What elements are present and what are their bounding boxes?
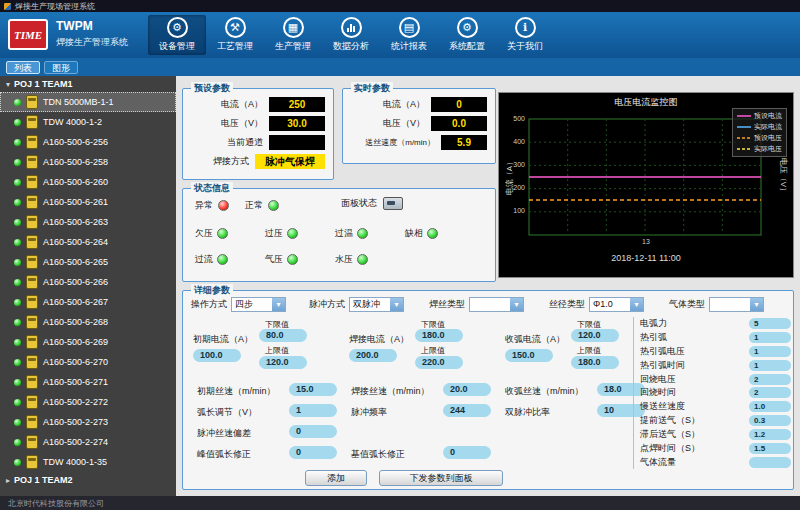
machine-icon xyxy=(26,435,38,449)
info-icon: ℹ xyxy=(515,17,536,38)
sidebar-group-team1[interactable]: ▾ POJ 1 TEAM1 xyxy=(0,76,176,92)
sidebar-item[interactable]: TDW 4000-1-2 xyxy=(0,112,176,132)
weld-current-upper-input[interactable]: 220.0 xyxy=(415,356,463,369)
arc-force-input[interactable]: 5 xyxy=(749,318,791,329)
chart-timestamp: 2018-12-11 11:00 xyxy=(499,253,793,263)
realtime-voltage-display: 0.0 xyxy=(431,116,487,131)
peak-arc-correction-input[interactable]: 0 xyxy=(289,446,337,459)
base-arc-correction-input[interactable]: 0 xyxy=(443,446,491,459)
sidebar-item[interactable]: A160-500-6-269 xyxy=(0,332,176,352)
arc-length-adjust-label: 弧长调节（V） xyxy=(197,406,257,419)
gas-flow-input[interactable] xyxy=(749,457,791,468)
sidebar-item[interactable]: A160-500-6-266 xyxy=(0,272,176,292)
initial-current-input[interactable]: 100.0 xyxy=(193,349,241,362)
combo-value xyxy=(710,298,750,311)
sidebar-item[interactable]: A160-500-6-271 xyxy=(0,372,176,392)
nav-analysis[interactable]: 数据分析 xyxy=(322,15,380,55)
arc-length-adjust-input[interactable]: 1 xyxy=(289,404,337,417)
burnback-time-input[interactable]: 2 xyxy=(749,387,791,398)
gas-pressure-label: 气压 xyxy=(265,253,283,266)
view-toolbar: 列表 图形 xyxy=(0,58,800,76)
gas-type-select[interactable]: ▾ xyxy=(709,297,764,312)
sidebar-item[interactable]: A160-500-2-274 xyxy=(0,432,176,452)
pulse-mode-select[interactable]: 双脉冲▾ xyxy=(349,297,404,312)
weld-current-input[interactable]: 200.0 xyxy=(349,349,397,362)
arc-end-current-upper-input[interactable]: 180.0 xyxy=(571,356,619,369)
initial-current-upper-input[interactable]: 120.0 xyxy=(259,356,307,369)
nav-label: 设备管理 xyxy=(159,40,195,53)
machine-label: A160-500-6-269 xyxy=(43,337,108,347)
hot-start-voltage-input[interactable]: 1 xyxy=(749,346,791,357)
report-icon: ▤ xyxy=(399,17,420,38)
status-dot-icon xyxy=(14,259,21,266)
overvoltage-label: 过压 xyxy=(265,227,283,240)
sidebar-item[interactable]: A160-500-2-273 xyxy=(0,412,176,432)
hot-start-time-label: 热引弧时间 xyxy=(640,359,685,372)
nav-report[interactable]: ▤ 统计报表 xyxy=(380,15,438,55)
realtime-panel-title: 实时参数 xyxy=(351,82,393,95)
sidebar-item[interactable]: A160-500-6-268 xyxy=(0,312,176,332)
sidebar-group-team2[interactable]: ▸ POJ 1 TEAM2 xyxy=(0,472,176,488)
machine-icon xyxy=(26,415,38,429)
sidebar-item[interactable]: TDN 5000MB-1-1 xyxy=(0,92,176,112)
arc-end-current-input[interactable]: 150.0 xyxy=(505,349,553,362)
hot-start-input[interactable]: 1 xyxy=(749,332,791,343)
initial-current-lower-input[interactable]: 80.0 xyxy=(259,329,307,342)
realtime-current-display: 0 xyxy=(431,97,487,112)
preset-panel-title: 预设参数 xyxy=(191,82,233,95)
sidebar-item[interactable]: A160-500-6-265 xyxy=(0,252,176,272)
wire-type-select[interactable]: ▾ xyxy=(469,297,524,312)
nav-config[interactable]: ⚙ 系统配置 xyxy=(438,15,496,55)
graph-view-button[interactable]: 图形 xyxy=(44,61,78,74)
sidebar-item[interactable]: A160-500-6-270 xyxy=(0,352,176,372)
main-nav: ⚙ 设备管理 ⚒ 工艺管理 ▦ 生产管理 数据分析 ▤ 统计报表 ⚙ 系统配置 xyxy=(148,15,554,55)
sidebar-item[interactable]: TDW 4000-1-35 xyxy=(0,452,176,472)
sidebar-item[interactable]: A160-500-6-256 xyxy=(0,132,176,152)
machine-label: A160-500-6-266 xyxy=(43,277,108,287)
sidebar-item[interactable]: A160-500-6-263 xyxy=(0,212,176,232)
post-gas-label: 滞后送气（S） xyxy=(640,428,700,441)
slow-wirespeed-input[interactable]: 1.0 xyxy=(749,401,791,412)
preset-voltage-display: 30.0 xyxy=(269,116,325,131)
machine-label: A160-500-2-273 xyxy=(43,417,108,427)
company-name: 北京时代科技股份有限公司 xyxy=(8,498,104,509)
pulse-frequency-input[interactable]: 244 xyxy=(443,404,491,417)
nav-equipment[interactable]: ⚙ 设备管理 xyxy=(148,15,206,55)
nav-about[interactable]: ℹ 关于我们 xyxy=(496,15,554,55)
wire-diameter-select[interactable]: Φ1.0▾ xyxy=(589,297,644,312)
add-button[interactable]: 添加 xyxy=(305,470,367,486)
pulse-wirespeed-dev-input[interactable]: 0 xyxy=(289,425,337,438)
hot-start-time-input[interactable]: 1 xyxy=(749,360,791,371)
sidebar-item[interactable]: A160-500-6-260 xyxy=(0,172,176,192)
initial-current-group: 初期电流（A） 100.0 下限值 80.0 上限值 120.0 xyxy=(193,319,343,373)
details-panel: 详细参数 操作方式 四步▾ 脉冲方式 双脉冲▾ 焊丝类型 ▾ 丝径类型 Φ1.0… xyxy=(182,290,794,490)
machine-icon xyxy=(26,235,38,249)
post-gas-input[interactable]: 1.2 xyxy=(749,429,791,440)
realtime-panel: 实时参数 电流（A）0 电压（V）0.0 送丝速度（m/min）5.9 xyxy=(342,88,496,164)
weld-current-lower-input[interactable]: 180.0 xyxy=(415,329,463,342)
legend-label: 预设电压 xyxy=(754,133,782,143)
arc-end-current-lower-input[interactable]: 120.0 xyxy=(571,329,619,342)
status-dot-icon xyxy=(14,339,21,346)
sidebar-item[interactable]: A160-500-6-261 xyxy=(0,192,176,212)
spot-weld-time-label: 点焊时间（S） xyxy=(640,442,700,455)
weld-wirespeed-input[interactable]: 20.0 xyxy=(443,383,491,396)
sidebar-item[interactable]: A160-500-2-272 xyxy=(0,392,176,412)
nav-label: 工艺管理 xyxy=(217,40,253,53)
sidebar-item[interactable]: A160-500-6-258 xyxy=(0,152,176,172)
send-to-panel-button[interactable]: 下发参数到面板 xyxy=(379,470,503,486)
initial-wirespeed-input[interactable]: 15.0 xyxy=(289,383,337,396)
pre-gas-input[interactable]: 0.3 xyxy=(749,415,791,426)
operation-mode-select[interactable]: 四步▾ xyxy=(231,297,286,312)
device-tree-sidebar: ▾ POJ 1 TEAM1 TDN 5000MB-1-1 TDW 4000-1-… xyxy=(0,76,176,496)
list-view-button[interactable]: 列表 xyxy=(6,61,40,74)
window-title: 焊接生产现场管理系统 xyxy=(15,1,95,12)
gas-flow-label: 气体流量 xyxy=(640,456,676,469)
nav-process[interactable]: ⚒ 工艺管理 xyxy=(206,15,264,55)
sidebar-item[interactable]: A160-500-6-264 xyxy=(0,232,176,252)
machine-icon xyxy=(26,335,38,349)
sidebar-item[interactable]: A160-500-6-267 xyxy=(0,292,176,312)
spot-weld-time-input[interactable]: 1.5 xyxy=(749,443,791,454)
burnback-voltage-input[interactable]: 2 xyxy=(749,374,791,385)
nav-production[interactable]: ▦ 生产管理 xyxy=(264,15,322,55)
